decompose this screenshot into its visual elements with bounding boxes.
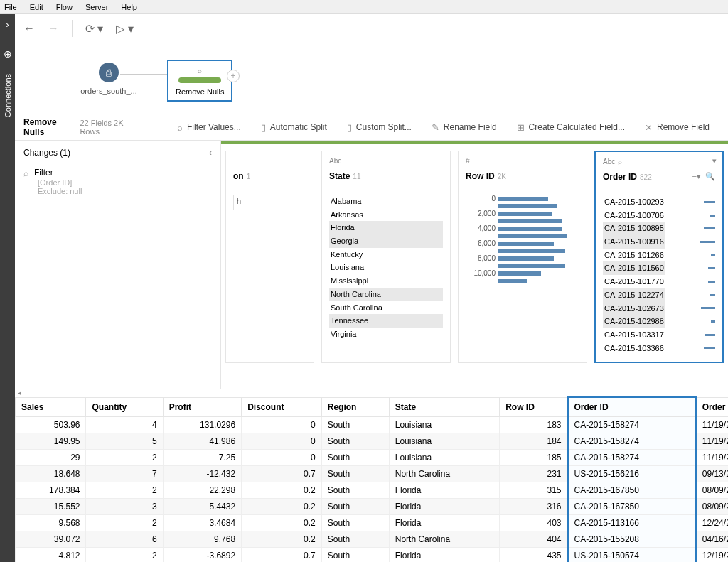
cell[interactable]: 178.384 <box>16 482 86 499</box>
scroll-left-icon[interactable]: ◂ <box>18 389 21 396</box>
cell[interactable]: 29 <box>16 450 86 466</box>
cell[interactable]: 315 <box>500 482 568 499</box>
add-step-icon[interactable]: + <box>227 70 240 82</box>
cell[interactable]: 4 <box>86 417 163 433</box>
cell[interactable]: South <box>321 482 389 499</box>
cell[interactable]: 08/09/2 <box>696 482 728 499</box>
value-item[interactable]: South Carolina <box>329 301 443 315</box>
custom-split-button[interactable]: ▯Custom Split... <box>337 122 422 133</box>
cell[interactable]: US-2015-150574 <box>568 548 696 563</box>
profile-card-orderid[interactable]: Abc ⌕ ▾ Order ID822 ≡▾ 🔍 CA-2015-100293C… <box>594 151 724 363</box>
col-orderdate[interactable]: Order I <box>696 397 728 417</box>
value-item[interactable]: Virginia <box>329 328 443 341</box>
cell[interactable]: Louisiana <box>389 433 499 450</box>
cell[interactable]: South <box>321 515 389 531</box>
cell[interactable]: 12/19/2 <box>696 548 728 563</box>
cell[interactable]: 11/19/2 <box>696 433 728 450</box>
cell[interactable]: 3.4684 <box>163 515 241 531</box>
sort-icon[interactable]: ≡▾ <box>692 172 701 181</box>
value-item[interactable]: CA-2015-102988 <box>603 315 715 328</box>
cell[interactable]: 0 <box>242 433 322 450</box>
table-row[interactable]: 15.55235.44320.2SouthFlorida316CA-2015-1… <box>16 499 729 515</box>
col-quantity[interactable]: Quantity <box>86 397 163 417</box>
col-region[interactable]: Region <box>321 397 389 417</box>
col-sales[interactable]: Sales <box>16 397 86 417</box>
value-item[interactable]: CA-2015-102274 <box>603 288 715 302</box>
cell[interactable]: 0.7 <box>242 466 322 482</box>
menu-edit[interactable]: Edit <box>30 3 43 11</box>
col-state[interactable]: State <box>389 397 499 417</box>
cell[interactable]: South <box>321 499 389 515</box>
menu-server[interactable]: Server <box>85 3 108 11</box>
col-rowid[interactable]: Row ID <box>500 397 568 417</box>
table-row[interactable]: 149.95541.9860SouthLouisiana184CA-2015-1… <box>16 433 729 450</box>
cell[interactable]: 231 <box>500 466 568 482</box>
table-row[interactable]: 503.964131.02960SouthLouisiana183CA-2015… <box>16 417 729 433</box>
cell[interactable]: 6 <box>86 531 163 548</box>
cell[interactable]: North Carolina <box>389 531 499 548</box>
value-item[interactable]: CA-2015-100706 <box>603 209 715 222</box>
histogram-bar[interactable] <box>466 234 579 238</box>
remove-field-button[interactable]: ⨯Remove Field <box>635 122 719 133</box>
cell[interactable]: South <box>321 466 389 482</box>
histogram-bar[interactable] <box>466 204 579 208</box>
value-item[interactable]: Kentucky <box>329 248 443 261</box>
value-item[interactable]: CA-2015-101266 <box>603 249 715 262</box>
value-item[interactable]: Louisiana <box>329 261 443 274</box>
menu-flow[interactable]: Flow <box>56 3 73 11</box>
cell[interactable]: 404 <box>500 531 568 548</box>
histogram-bar[interactable]: 8,000 <box>466 254 579 262</box>
cell[interactable]: 0.2 <box>242 531 322 548</box>
cell[interactable]: 0 <box>242 450 322 466</box>
clean-node-remove-nulls[interactable]: ⌕ Remove Nulls <box>167 60 232 102</box>
cell[interactable]: 11/19/2 <box>696 450 728 466</box>
cell[interactable]: Florida <box>389 499 499 515</box>
cell[interactable]: 08/09/2 <box>696 499 728 515</box>
cell[interactable]: 2 <box>86 548 163 563</box>
histogram-bar[interactable] <box>466 219 579 223</box>
add-connection-icon[interactable]: ⊕ <box>4 48 12 60</box>
cell[interactable]: 9.768 <box>163 531 241 548</box>
profile-card-rowid[interactable]: # Row ID2K 02,0004,0006,0008,00010,000 <box>458 151 587 363</box>
value-list[interactable]: AlabamaArkansasFloridaGeorgiaKentuckyLou… <box>329 195 443 341</box>
table-row[interactable]: 18.6487-12.4320.7SouthNorth Carolina231U… <box>16 466 729 482</box>
value-item[interactable]: CA-2015-101770 <box>603 275 715 288</box>
histogram-bar[interactable] <box>466 279 579 283</box>
cell[interactable]: 503.96 <box>16 417 86 433</box>
cell[interactable]: South <box>321 548 389 563</box>
value-list[interactable]: CA-2015-100293CA-2015-100706CA-2015-1008… <box>603 195 715 355</box>
value-item[interactable]: CA-2015-103317 <box>603 328 715 342</box>
cell[interactable]: 0.2 <box>242 499 322 515</box>
filter-values-button[interactable]: ⌕Filter Values... <box>167 122 251 133</box>
table-row[interactable]: 9.56823.46840.2SouthFlorida403CA-2015-11… <box>16 515 729 531</box>
value-item[interactable]: CA-2015-100895 <box>603 222 715 235</box>
cell[interactable]: -3.6892 <box>163 548 241 563</box>
cell[interactable]: 04/16/2 <box>696 531 728 548</box>
cell[interactable]: CA-2015-158274 <box>568 450 696 466</box>
value-item[interactable]: CA-2015-102673 <box>603 302 715 315</box>
rename-field-button[interactable]: ✎Rename Field <box>422 122 507 133</box>
cell[interactable]: 0.2 <box>242 515 322 531</box>
col-orderid[interactable]: Order ID <box>568 397 696 417</box>
cell[interactable]: CA-2015-167850 <box>568 482 696 499</box>
histogram[interactable]: 02,0004,0006,0008,00010,000 <box>466 195 579 283</box>
cell[interactable]: 2 <box>86 515 163 531</box>
cell[interactable]: CA-2015-158274 <box>568 433 696 450</box>
cell[interactable]: 39.072 <box>16 531 86 548</box>
change-item-filter[interactable]: ⌕ Filter <box>23 168 212 178</box>
profile-card-region[interactable]: on1 h <box>225 151 314 363</box>
value-item[interactable]: Tennessee <box>329 314 443 328</box>
cell[interactable]: 9.568 <box>16 515 86 531</box>
cell[interactable]: South <box>321 531 389 548</box>
table-row[interactable]: 2927.250SouthLouisiana185CA-2015-1582741… <box>16 450 729 466</box>
automatic-split-button[interactable]: ▯Automatic Split <box>251 122 337 133</box>
histogram-bar[interactable]: 4,000 <box>466 225 579 232</box>
cell[interactable]: CA-2015-167850 <box>568 499 696 515</box>
cell[interactable]: North Carolina <box>389 466 499 482</box>
search-icon[interactable]: 🔍 <box>705 172 715 181</box>
cell[interactable]: CA-2015-155208 <box>568 531 696 548</box>
histogram-bar[interactable] <box>466 249 579 253</box>
create-calc-field-button[interactable]: ⊞Create Calculated Field... <box>507 122 635 133</box>
run-icon[interactable]: ▷ ▾ <box>116 22 133 36</box>
cell[interactable]: 149.95 <box>16 433 86 450</box>
